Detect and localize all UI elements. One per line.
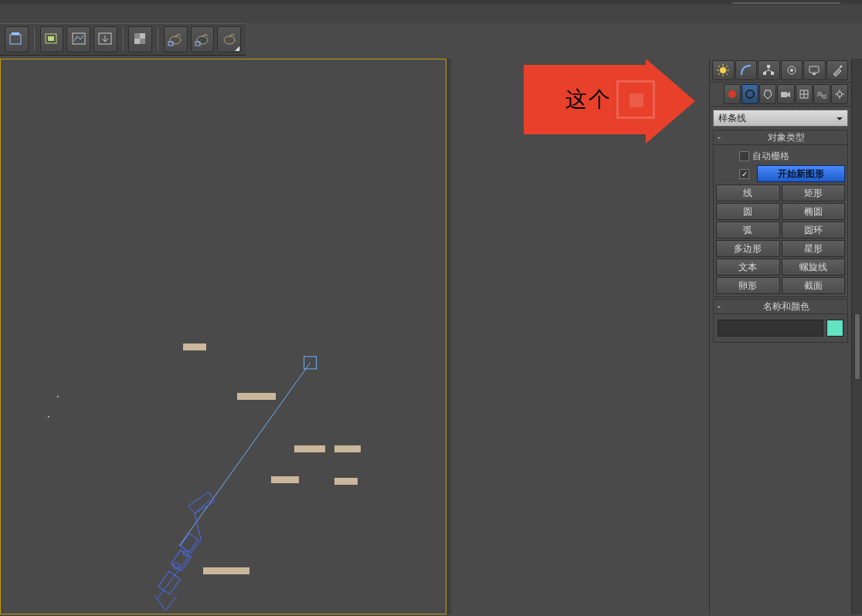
- shape-ellipse-button[interactable]: 椭圆: [782, 203, 846, 220]
- shape-section-button[interactable]: 截面: [782, 277, 846, 294]
- rollout-body-name-color: [713, 314, 848, 343]
- command-panel: 样条线 - 对象类型 自动栅格 开始新图形 线 矩形 圆 椭圆: [709, 59, 862, 614]
- svg-line-30: [726, 73, 728, 75]
- command-panel-main-tabs: [710, 59, 851, 83]
- command-panel-scrollthumb[interactable]: [854, 313, 860, 380]
- svg-rect-19: [181, 533, 199, 552]
- rollout-title: 名称和颜色: [725, 300, 847, 313]
- systems-tab[interactable]: [831, 84, 848, 104]
- svg-point-41: [746, 90, 754, 98]
- object-name-input[interactable]: [718, 320, 823, 337]
- motion-tab[interactable]: [781, 60, 803, 80]
- shape-arc-button[interactable]: 弧: [716, 222, 780, 239]
- svg-point-46: [837, 92, 842, 96]
- shape-donut-button[interactable]: 圆环: [782, 222, 846, 239]
- svg-rect-3: [48, 36, 54, 41]
- svg-point-40: [728, 90, 736, 98]
- display-tab[interactable]: [803, 60, 826, 80]
- svg-rect-0: [10, 35, 21, 44]
- auto-grid-label: 自动栅格: [752, 150, 789, 163]
- svg-rect-8: [134, 39, 140, 44]
- toolbar-separator: [158, 28, 158, 51]
- create-tab[interactable]: [712, 60, 735, 80]
- svg-rect-6: [134, 33, 140, 39]
- viewport-area[interactable]: [0, 59, 694, 616]
- rollout-toggle: -: [714, 132, 725, 143]
- tan-bar: [334, 478, 358, 485]
- shape-ngon-button[interactable]: 多边形: [716, 240, 780, 257]
- geometry-tab[interactable]: [724, 84, 741, 104]
- render-preview-a-button[interactable]: [164, 26, 188, 52]
- render-preview-b-button[interactable]: [191, 26, 215, 52]
- tan-bar: [203, 567, 249, 574]
- object-color-swatch[interactable]: [826, 320, 843, 337]
- rollout-header-name-color[interactable]: - 名称和颜色: [713, 299, 848, 314]
- svg-line-29: [718, 66, 720, 67]
- shape-category-dropdown[interactable]: 样条线: [713, 110, 848, 127]
- shape-button-grid: 线 矩形 圆 椭圆 弧 圆环 多边形 星形 文本 螺旋线 卵形 截面: [716, 184, 845, 294]
- svg-point-10: [170, 36, 181, 44]
- tan-bar: [237, 393, 276, 400]
- svg-rect-9: [140, 39, 145, 44]
- toolbar-right-fill: [246, 23, 862, 56]
- spacewarps-tab[interactable]: [813, 84, 830, 104]
- shape-rectangle-button[interactable]: 矩形: [782, 184, 846, 201]
- svg-point-23: [48, 416, 49, 418]
- auto-grid-checkbox[interactable]: [739, 151, 749, 161]
- main-toolbar: ◢: [0, 23, 246, 56]
- shapes-tab[interactable]: [742, 84, 758, 104]
- helpers-tab[interactable]: [796, 84, 813, 104]
- top-toolstrip-bg: [0, 5, 862, 23]
- rollout-body-object-type: 自动栅格 开始新图形 线 矩形 圆 椭圆 弧 圆环 多边形 星形 文本 螺旋线 …: [713, 145, 848, 297]
- tan-bar: [271, 476, 299, 483]
- tan-bar: [294, 445, 325, 452]
- rollout-toggle: -: [714, 301, 725, 312]
- shape-text-button[interactable]: 文本: [716, 259, 780, 276]
- start-new-shape-label: 开始新图形: [778, 168, 824, 181]
- camera-wireframe: [1, 59, 446, 614]
- svg-line-31: [726, 66, 728, 67]
- render-setup-button[interactable]: [5, 26, 29, 52]
- command-panel-scrollrail[interactable]: [851, 59, 862, 614]
- render-output-button[interactable]: [93, 26, 117, 52]
- viewport-right[interactable]: [451, 59, 694, 614]
- shape-circle-button[interactable]: 圆: [716, 203, 780, 220]
- svg-point-22: [57, 396, 59, 398]
- viewport-left[interactable]: [0, 59, 446, 614]
- toolbar-separator: [123, 28, 124, 51]
- toolbar-separator: [34, 28, 35, 51]
- utilities-tab[interactable]: [826, 60, 849, 80]
- shape-line-button[interactable]: 线: [716, 184, 780, 201]
- shape-star-button[interactable]: 星形: [782, 240, 846, 257]
- svg-rect-35: [771, 72, 774, 75]
- svg-rect-38: [809, 66, 819, 73]
- shape-helix-button[interactable]: 螺旋线: [782, 259, 846, 276]
- start-new-shape-button[interactable]: 开始新图形: [757, 165, 845, 182]
- shape-egg-button[interactable]: 卵形: [716, 277, 780, 294]
- svg-line-15: [179, 363, 310, 546]
- lights-tab[interactable]: [759, 84, 776, 104]
- render-frame-button[interactable]: [40, 26, 64, 52]
- svg-rect-4: [73, 33, 85, 44]
- hierarchy-tab[interactable]: [758, 60, 780, 80]
- modify-tab[interactable]: [735, 60, 758, 80]
- create-category-tabs: [710, 83, 851, 107]
- tan-bar: [183, 344, 206, 350]
- svg-rect-33: [767, 65, 770, 68]
- material-editor-button[interactable]: [128, 26, 152, 52]
- tan-bar: [334, 445, 361, 452]
- svg-point-12: [197, 36, 208, 44]
- render-window-button[interactable]: [66, 26, 90, 52]
- svg-rect-42: [781, 92, 787, 97]
- svg-point-24: [720, 67, 726, 73]
- rollout-title: 对象类型: [725, 131, 847, 144]
- start-new-shape-checkbox[interactable]: [739, 169, 749, 179]
- cameras-tab[interactable]: [777, 84, 794, 104]
- rollout-header-object-type[interactable]: - 对象类型: [713, 130, 848, 145]
- dropdown-label: 样条线: [718, 112, 746, 125]
- render-preview-c-button[interactable]: ◢: [217, 26, 241, 52]
- svg-point-37: [790, 69, 793, 72]
- svg-rect-1: [12, 32, 19, 35]
- main-area: 样条线 - 对象类型 自动栅格 开始新图形 线 矩形 圆 椭圆: [0, 56, 862, 616]
- svg-rect-39: [813, 73, 816, 75]
